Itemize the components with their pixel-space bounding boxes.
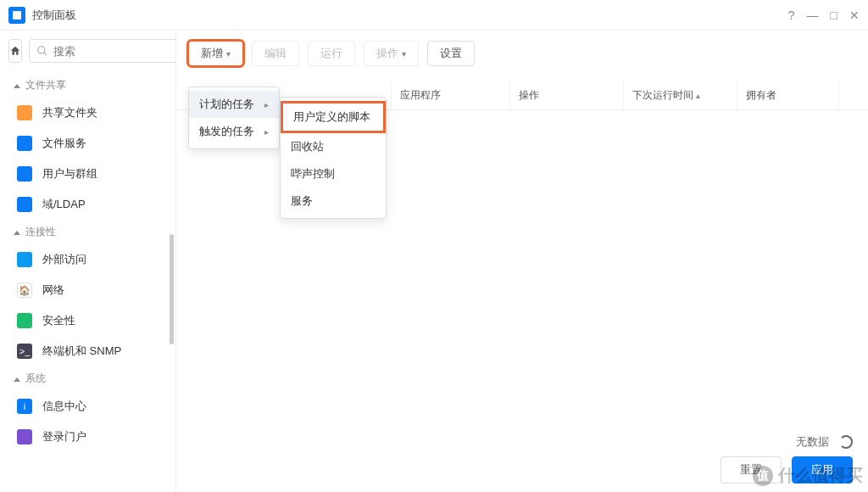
globe-icon [17,252,32,267]
action-button: 操作 [364,41,419,66]
table-footer: 无数据 [796,434,853,450]
search-input[interactable] [53,45,176,58]
sidebar-group-fileshare[interactable]: 文件共享 [0,73,175,98]
sidebar-item-info-center[interactable]: i信息中心 [0,391,175,422]
chevron-up-icon [14,81,20,90]
chevron-down-icon [402,49,406,59]
chevron-right-icon [264,100,269,109]
apply-button[interactable]: 应用 [792,456,853,484]
help-icon[interactable]: ? [788,8,795,22]
chevron-up-icon [14,374,20,383]
submenu-recycle-bin[interactable]: 回收站 [281,133,386,160]
sidebar-item-external-access[interactable]: 外部访问 [0,244,175,275]
scrollbar[interactable] [170,234,174,344]
sidebar-group-connectivity[interactable]: 连接性 [0,220,175,244]
new-dropdown: 计划的任务 触发的任务 [188,87,280,149]
new-button[interactable]: 新增 [188,41,243,66]
toolbar: 新增 编辑 运行 操作 设置 [176,31,868,76]
sidebar: 文件共享 共享文件夹 文件服务 用户与群组 域/LDAP 连接性 外部访问 🏠网… [0,31,176,492]
refresh-icon[interactable] [839,435,853,449]
reset-button[interactable]: 重置 [721,456,782,484]
search-field[interactable] [29,39,176,63]
edit-button: 编辑 [252,41,299,66]
sidebar-item-shared-folder[interactable]: 共享文件夹 [0,98,175,128]
file-icon [17,136,32,151]
window-controls: ? — □ ✕ [788,8,860,22]
dropdown-item-scheduled-task[interactable]: 计划的任务 [189,91,279,118]
home-icon [9,45,21,57]
scheduled-task-submenu: 用户定义的脚本 回收站 哔声控制 服务 [280,97,387,219]
settings-button[interactable]: 设置 [427,41,475,66]
content-area: 新增 编辑 运行 操作 设置 已启动 任务 应用程序 操作 下次运行时间 ▴ 拥… [176,31,868,492]
login-icon [17,429,32,444]
th-app[interactable]: 应用程序 [392,81,510,109]
run-button: 运行 [308,41,355,66]
th-action[interactable]: 操作 [510,81,624,109]
sidebar-item-network[interactable]: 🏠网络 [0,275,175,305]
folder-icon [17,105,32,120]
terminal-icon: >_ [17,344,32,359]
th-next-run[interactable]: 下次运行时间 ▴ [624,81,737,109]
titlebar: 控制面板 ? — □ ✕ [0,0,868,31]
sidebar-item-ldap[interactable]: 域/LDAP [0,189,175,220]
search-icon [36,45,48,57]
submenu-service[interactable]: 服务 [281,187,386,215]
sort-asc-icon: ▴ [696,91,700,100]
sidebar-item-login-portal[interactable]: 登录门户 [0,422,175,452]
submenu-beep-control[interactable]: 哔声控制 [281,160,386,187]
shield-icon [17,313,32,328]
sidebar-item-file-service[interactable]: 文件服务 [0,128,175,159]
app-icon [8,7,25,24]
dropdown-item-triggered-task[interactable]: 触发的任务 [189,118,279,145]
bottom-bar: 重置 应用 [721,456,853,484]
close-icon[interactable]: ✕ [849,8,860,22]
submenu-user-script[interactable]: 用户定义的脚本 [281,101,386,133]
maximize-icon[interactable]: □ [831,8,837,22]
sidebar-group-system[interactable]: 系统 [0,366,175,391]
sidebar-item-users-groups[interactable]: 用户与群组 [0,159,175,189]
window-title: 控制面板 [32,8,788,23]
svg-line-1 [44,53,47,55]
info-icon: i [17,399,32,414]
users-icon [17,166,32,182]
chevron-down-icon [226,49,231,59]
ldap-icon [17,197,32,212]
sidebar-item-terminal-snmp[interactable]: >_终端机和 SNMP [0,336,175,366]
svg-point-0 [38,47,45,53]
chevron-right-icon [264,127,269,137]
no-data-label: 无数据 [796,434,829,450]
th-owner[interactable]: 拥有者 [737,81,839,109]
minimize-icon[interactable]: — [807,8,819,22]
sidebar-item-security[interactable]: 安全性 [0,305,175,336]
network-icon: 🏠 [17,282,32,298]
chevron-up-icon [14,227,20,237]
home-button[interactable] [8,39,22,63]
